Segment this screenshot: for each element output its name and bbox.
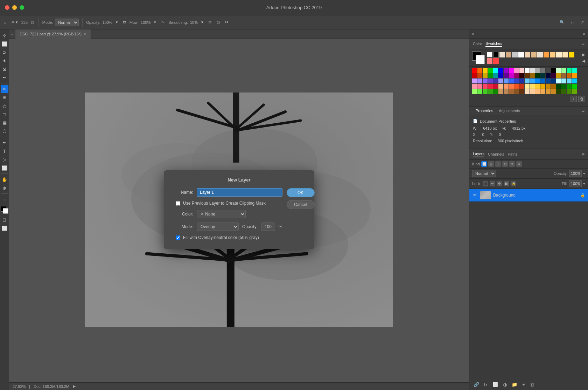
swatch-salmon[interactable] (487, 58, 492, 64)
swatch[interactable] (514, 84, 519, 89)
swatch-skin1[interactable] (499, 52, 505, 57)
swatch[interactable] (509, 78, 514, 83)
lock-all-icon[interactable]: 🔒 (511, 181, 516, 186)
swatch[interactable] (546, 73, 551, 78)
kind-pixel-icon[interactable]: ⬜ (481, 161, 487, 167)
kind-adjust-icon[interactable]: ◎ (488, 161, 494, 167)
kind-shape-icon[interactable]: ◻ (502, 161, 508, 167)
swatch[interactable] (493, 84, 498, 89)
background-color[interactable] (3, 208, 8, 214)
swatch[interactable] (504, 84, 509, 89)
blur-tool[interactable]: ⬡ (1, 127, 8, 135)
swatch-cream[interactable] (537, 52, 543, 57)
layer-group-btn[interactable]: 📁 (510, 381, 519, 388)
swatch[interactable] (525, 73, 530, 78)
opacity-dropdown[interactable]: ▾ (114, 19, 119, 25)
swatch[interactable] (472, 73, 477, 78)
swatch[interactable] (509, 68, 514, 73)
lock-artboard-icon[interactable]: ◧ (504, 181, 509, 186)
swatch[interactable] (514, 73, 519, 78)
swatch[interactable] (519, 68, 524, 73)
swatch[interactable] (556, 84, 561, 89)
swatch[interactable] (514, 78, 519, 83)
zoom-tool[interactable]: ⊕ (1, 184, 8, 192)
swatch[interactable] (530, 68, 535, 73)
lock-position-icon[interactable]: ✛ (497, 181, 502, 186)
paths-tab[interactable]: Paths (508, 151, 518, 157)
fill-chevron[interactable]: ▾ (583, 182, 585, 186)
swatch[interactable] (535, 84, 540, 89)
swatch[interactable] (546, 84, 551, 89)
swatch[interactable] (556, 89, 561, 94)
swatch[interactable] (561, 68, 566, 73)
properties-menu-btn[interactable]: ≡ (582, 108, 584, 114)
swatch[interactable] (509, 89, 514, 94)
new-layer-btn[interactable]: + (521, 381, 526, 388)
swatch[interactable] (572, 89, 577, 94)
path-select-tool[interactable]: ▷ (1, 156, 8, 163)
layer-visibility-toggle[interactable]: 👁 (472, 192, 478, 198)
swatch[interactable] (535, 78, 540, 83)
swatch[interactable] (546, 89, 551, 94)
swatch[interactable] (556, 73, 561, 78)
swatch-gray[interactable] (512, 52, 518, 57)
add-swatch-btn[interactable]: ▶ (582, 52, 585, 57)
swatch-white[interactable] (487, 52, 492, 57)
swatch[interactable] (509, 73, 514, 78)
swatch[interactable] (525, 84, 530, 89)
opacity-chevron[interactable]: ▾ (583, 171, 585, 176)
swatch-light-orange[interactable] (550, 52, 555, 57)
brush-options-btn[interactable]: □ (30, 20, 35, 25)
swatch[interactable] (572, 78, 577, 83)
opacity-input[interactable] (569, 170, 582, 177)
shape-tool[interactable]: ⬜ (1, 164, 8, 172)
swatch[interactable] (525, 89, 530, 94)
lasso-tool[interactable]: ⊃ (1, 48, 8, 56)
channels-tab[interactable]: Channels (488, 151, 504, 157)
swatch[interactable] (572, 84, 577, 89)
eraser-tool[interactable]: ◻ (1, 110, 8, 118)
swatch[interactable] (514, 68, 519, 73)
swatch[interactable] (530, 78, 535, 83)
properties-tab[interactable]: Properties (473, 107, 496, 115)
workspace-btn[interactable]: ▭ (569, 19, 576, 25)
history-brush-tool[interactable]: ◎ (1, 102, 8, 110)
swatch-skin2[interactable] (506, 52, 511, 57)
swatch[interactable] (472, 68, 477, 73)
swatch[interactable] (561, 89, 566, 94)
swatch[interactable] (556, 78, 561, 83)
swatch[interactable] (561, 78, 566, 83)
right-panel-collapse-btn[interactable]: » (472, 32, 474, 36)
swatch[interactable] (498, 89, 503, 94)
pen-tool[interactable]: ✒ (1, 139, 8, 146)
swatch[interactable] (567, 84, 572, 89)
swatch[interactable] (477, 68, 482, 73)
layer-link-btn[interactable]: 🔗 (472, 381, 481, 388)
swatch-delete-btn[interactable]: 🗑 (578, 96, 585, 102)
panel-arrows[interactable]: « (9, 32, 15, 36)
kind-type-icon[interactable]: T (495, 161, 501, 167)
swatch[interactable] (540, 68, 545, 73)
maximize-button[interactable] (20, 5, 24, 10)
swatch[interactable] (567, 89, 572, 94)
swatch[interactable] (477, 73, 482, 78)
swatch[interactable] (572, 73, 577, 78)
layer-adjustment-btn[interactable]: ◑ (502, 381, 508, 388)
smoothing-icon[interactable]: 〜 (160, 19, 166, 26)
layers-tab[interactable]: Layers (473, 151, 484, 157)
symmetry-btn[interactable]: ◎ (215, 19, 222, 25)
minimize-button[interactable] (12, 5, 17, 10)
smoothing-dropdown[interactable]: ▾ (200, 19, 205, 25)
crop-tool[interactable]: ⊠ (1, 65, 8, 73)
swatch[interactable] (493, 73, 498, 78)
swatch[interactable] (472, 89, 477, 94)
swatch[interactable] (488, 68, 493, 73)
move-tool[interactable]: ⊹ (1, 32, 8, 39)
eyedropper-tool[interactable]: ✒ (1, 74, 8, 81)
swatch[interactable] (546, 68, 551, 73)
swatch-add-btn[interactable]: + (570, 96, 577, 102)
swatch[interactable] (530, 84, 535, 89)
swatch[interactable] (498, 84, 503, 89)
swatch[interactable] (535, 89, 540, 94)
canvas-image[interactable]: New Layer Name: (85, 93, 393, 327)
